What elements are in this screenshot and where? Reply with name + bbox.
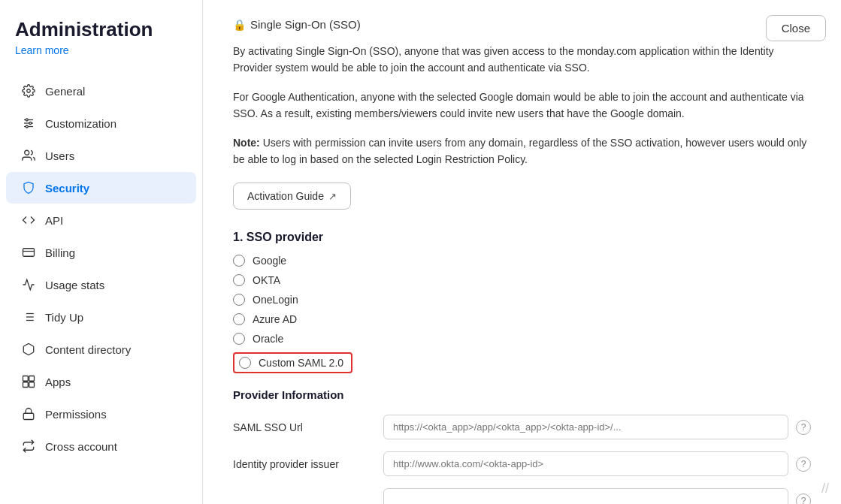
sidebar-item-label-permissions: Permissions xyxy=(45,408,107,421)
sidebar-item-label-apps: Apps xyxy=(45,376,71,388)
provider-azure-ad[interactable]: Azure AD xyxy=(233,313,811,325)
sidebar-item-label-customization: Customization xyxy=(45,117,116,130)
svg-rect-16 xyxy=(23,376,29,382)
provider-info-title: Provider Information xyxy=(233,388,811,401)
saml-url-row: SAML SSO Url ? xyxy=(233,415,811,439)
custom-saml-highlight-box: Custom SAML 2.0 xyxy=(233,352,352,373)
note-label: Note: xyxy=(233,137,260,149)
apps-icon xyxy=(21,374,36,389)
sidebar-item-label-tidy-up: Tidy Up xyxy=(45,311,83,324)
provider-azure-ad-label: Azure AD xyxy=(253,313,297,325)
identity-provider-label: Identity provider issuer xyxy=(233,458,383,470)
svg-point-7 xyxy=(25,150,29,155)
radio-custom-saml[interactable] xyxy=(239,357,251,369)
radio-okta[interactable] xyxy=(233,274,245,286)
provider-oracle[interactable]: Oracle xyxy=(233,333,811,345)
sidebar-item-tidy-up[interactable]: Tidy Up xyxy=(6,301,196,333)
sliders-icon xyxy=(21,116,36,131)
sidebar-item-api[interactable]: API xyxy=(6,204,196,236)
sidebar-item-label-billing: Billing xyxy=(45,246,75,259)
svg-rect-19 xyxy=(29,382,35,388)
activation-guide-label: Activation Guide xyxy=(247,190,324,202)
content-icon xyxy=(21,342,36,357)
saml-url-help-icon[interactable]: ? xyxy=(796,420,811,435)
sidebar-item-label-usage-stats: Usage stats xyxy=(45,279,104,291)
sso-header-text: Single Sign-On (SSO) xyxy=(250,18,361,31)
provider-okta-label: OKTA xyxy=(253,274,280,286)
provider-custom-saml-label: Custom SAML 2.0 xyxy=(259,357,343,369)
description-2: For Google Authentication, anyone with t… xyxy=(233,89,811,122)
svg-point-5 xyxy=(29,122,32,125)
saml-url-input-wrap: ? xyxy=(383,415,811,439)
sidebar-item-label-general: General xyxy=(45,85,85,98)
radio-oracle[interactable] xyxy=(233,333,245,345)
third-field-help-icon[interactable]: ? xyxy=(796,493,811,504)
saml-url-input[interactable] xyxy=(383,415,788,439)
svg-rect-17 xyxy=(29,376,35,382)
provider-oracle-label: Oracle xyxy=(253,333,283,345)
external-link-icon: ↗ xyxy=(328,191,337,202)
sidebar-item-apps[interactable]: Apps xyxy=(6,366,196,397)
sidebar-item-content-directory[interactable]: Content directory xyxy=(6,333,196,365)
provider-onelogin-label: OneLogin xyxy=(253,294,298,306)
bottom-right-decoration: // xyxy=(821,481,829,496)
sso-lock-icon: 🔒 xyxy=(233,19,246,31)
billing-icon xyxy=(21,245,36,260)
description-1: By activating Single Sign-On (SSO), anyo… xyxy=(233,43,811,77)
svg-rect-18 xyxy=(23,382,29,388)
third-field-input-wrap: ? xyxy=(383,488,811,504)
cross-icon xyxy=(21,439,36,454)
sso-header: 🔒 Single Sign-On (SSO) xyxy=(233,18,811,31)
users-icon xyxy=(21,148,36,163)
provider-google[interactable]: Google xyxy=(233,255,811,267)
sidebar-item-label-cross-account: Cross account xyxy=(45,440,117,453)
saml-url-label: SAML SSO Url xyxy=(233,421,383,433)
provider-okta[interactable]: OKTA xyxy=(233,274,811,286)
radio-google[interactable] xyxy=(233,255,245,267)
sidebar-item-usage-stats[interactable]: Usage stats xyxy=(6,269,196,300)
provider-custom-saml[interactable]: Custom SAML 2.0 xyxy=(233,352,811,373)
third-field-input[interactable] xyxy=(383,488,788,504)
identity-provider-input-wrap: ? xyxy=(383,451,811,476)
lock-icon xyxy=(21,406,36,421)
radio-onelogin[interactable] xyxy=(233,294,245,306)
sidebar-item-billing[interactable]: Billing xyxy=(6,237,196,268)
identity-provider-input[interactable] xyxy=(383,451,788,476)
activation-guide-button[interactable]: Activation Guide ↗ xyxy=(233,183,351,210)
identity-provider-help-icon[interactable]: ? xyxy=(796,457,811,472)
sidebar-title: Administration xyxy=(0,18,202,44)
svg-point-0 xyxy=(27,89,31,93)
sidebar-item-label-users: Users xyxy=(45,149,74,162)
learn-more-link[interactable]: Learn more xyxy=(0,44,202,74)
svg-point-6 xyxy=(26,125,28,128)
sidebar-item-label-api: API xyxy=(45,214,63,227)
sidebar-item-users[interactable]: Users xyxy=(6,140,196,171)
svg-point-4 xyxy=(26,119,28,121)
sso-provider-title: 1. SSO provider xyxy=(233,231,811,244)
svg-rect-8 xyxy=(23,249,35,257)
sidebar: Administration Learn more General Custom… xyxy=(0,0,203,504)
sso-provider-radio-group: Google OKTA OneLogin Azure AD Oracle Cus… xyxy=(233,255,811,373)
sidebar-item-customization[interactable]: Customization xyxy=(6,107,196,139)
note-paragraph: Note: Users with permission can invite u… xyxy=(233,134,811,168)
main-content: Close 🔒 Single Sign-On (SSO) By activati… xyxy=(203,0,841,504)
svg-rect-20 xyxy=(23,413,34,419)
sidebar-nav: General Customization Users Security xyxy=(0,74,202,504)
provider-google-label: Google xyxy=(253,255,286,267)
gear-icon xyxy=(21,83,36,98)
sidebar-item-security[interactable]: Security xyxy=(6,172,196,204)
tidy-icon xyxy=(21,309,36,324)
provider-onelogin[interactable]: OneLogin xyxy=(233,294,811,306)
radio-azure-ad[interactable] xyxy=(233,313,245,325)
close-button[interactable]: Close xyxy=(766,15,826,41)
stats-icon xyxy=(21,277,36,292)
note-text: Users with permission can invite users f… xyxy=(233,137,806,165)
api-icon xyxy=(21,213,36,228)
shield-icon xyxy=(21,180,36,195)
third-field-row: ? xyxy=(233,488,811,504)
sidebar-item-label-security: Security xyxy=(45,182,89,195)
sidebar-item-cross-account[interactable]: Cross account xyxy=(6,430,196,462)
sidebar-item-general[interactable]: General xyxy=(6,75,196,107)
identity-provider-row: Identity provider issuer ? xyxy=(233,451,811,476)
sidebar-item-permissions[interactable]: Permissions xyxy=(6,398,196,430)
